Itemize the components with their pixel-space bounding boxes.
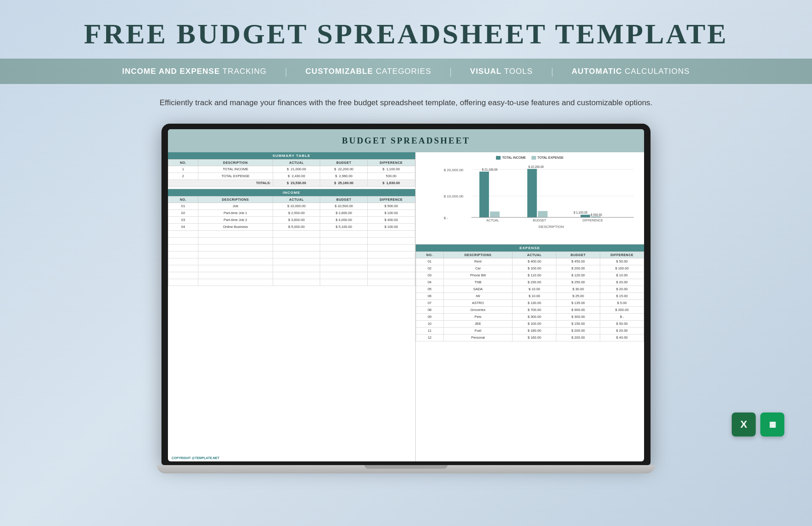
- expense-r12-desc: Personal: [443, 334, 513, 341]
- income-table: NO. DESCRIPTIONS ACTUAL BUDGET DIFFERENC…: [168, 196, 415, 286]
- summary-section: SUMMARY TABLE NO. DESCRIPTION ACTUAL BUD…: [168, 152, 415, 189]
- file-icons: X ▦: [732, 412, 784, 436]
- expense-r12-actual: $ 160.00: [513, 334, 556, 341]
- expense-section: EXPENSE NO. DESCRIPTIONS ACTUAL: [416, 245, 644, 461]
- sheets-icon[interactable]: ▦: [760, 412, 784, 436]
- expense-r8-no: 08: [416, 306, 443, 313]
- expense-r8-diff: $ 200.00: [600, 306, 644, 313]
- expense-r7-diff: $ 5.00: [600, 299, 644, 306]
- income-empty-row-4: [168, 251, 415, 258]
- sheets-symbol: ▦: [769, 420, 776, 429]
- svg-text:$ 530.00: $ 530.00: [591, 213, 602, 216]
- income-col-diff: DIFFERENCE: [368, 196, 415, 203]
- expense-r7-actual: $ 130.00: [513, 299, 556, 306]
- bar-actual-income: [479, 171, 489, 217]
- expense-col-desc: DESCRIPTIONS: [443, 251, 513, 258]
- expense-r9-no: 09: [416, 313, 443, 320]
- expense-r5-diff: $ 20.00: [600, 286, 644, 293]
- expense-row-8: 08 Groceries $ 700.00 $ 900.00 $ 200.00: [416, 306, 644, 313]
- svg-text:BUDGET: BUDGET: [533, 219, 547, 222]
- expense-r12-diff: $ 40.00: [600, 334, 644, 341]
- expense-r11-desc: Fuel: [443, 327, 513, 334]
- expense-r6-no: 06: [416, 293, 443, 299]
- income-empty-row-6: [168, 265, 415, 272]
- expense-r6-budget: $ 25.00: [556, 293, 600, 299]
- income-empty-row-8: [168, 279, 415, 286]
- income-empty-row-3: [168, 244, 415, 251]
- expense-r4-actual: $ 230.00: [513, 279, 556, 286]
- expense-table-wrapper: NO. DESCRIPTIONS ACTUAL BUDGET DIFFERENC…: [416, 251, 644, 341]
- spreadsheet-title: BUDGET SPREADSHEET: [168, 129, 644, 152]
- summary-r2-diff: 530.00: [368, 173, 415, 179]
- expense-row-11: 11 Fuel $ 180.00 $ 200.00 $ 20.00: [416, 327, 644, 334]
- totals-label: TOTALS:: [168, 179, 273, 186]
- summary-col-budget: BUDGET: [320, 159, 368, 166]
- summary-col-diff: DIFFERENCE: [368, 159, 415, 166]
- expense-r12-budget: $ 200.00: [556, 334, 600, 341]
- bar-budget-expense: [538, 211, 548, 217]
- income-r4-actual: $ 5,000.00: [273, 223, 320, 230]
- income-table-wrapper: NO. DESCRIPTIONS ACTUAL BUDGET DIFFERENC…: [168, 196, 415, 286]
- expense-r2-no: 02: [416, 265, 443, 272]
- expense-r10-desc: JEE: [443, 320, 513, 327]
- excel-letter: X: [740, 418, 747, 430]
- income-r1-diff: $ 500.00: [368, 203, 415, 209]
- right-panel: TOTAL INCOME TOTAL EXPENSE: [416, 152, 644, 461]
- income-row-1: 01 Job $ 10,000.00 $ 10,500.00 $ 500.00: [168, 203, 415, 209]
- expense-row-5: 05 SADA $ 10.00 $ 30.00 $ 20.00: [416, 286, 644, 293]
- feature-customizable-regular: CATEGORIES: [373, 67, 431, 76]
- expense-r2-budget: $ 200.00: [556, 265, 600, 272]
- summary-totals-row: TOTALS: $ 23,530.00 $ 25,160.00 $ 1,630.…: [168, 179, 415, 186]
- income-empty-row-1: [168, 230, 415, 237]
- expense-r5-budget: $ 30.00: [556, 286, 600, 293]
- expense-r4-desc: TNB: [443, 279, 513, 286]
- income-row-4: 04 Online Business $ 5,000.00 $ 5,100.00…: [168, 223, 415, 230]
- chart-legend: TOTAL INCOME TOTAL EXPENSE: [419, 156, 640, 160]
- income-r2-diff: $ 100.00: [368, 209, 415, 216]
- expense-row-10: 10 JEE $ 100.00 $ 150.00 $ 50.00: [416, 320, 644, 327]
- income-section: INCOME NO. DESCRIPTIONS ACTUAL: [168, 189, 415, 454]
- expense-r4-no: 04: [416, 279, 443, 286]
- totals-diff: $ 1,630.00: [368, 179, 415, 186]
- spreadsheet: BUDGET SPREADSHEET SUMMARY TABLE: [168, 129, 644, 461]
- svg-text:$ 10,000.00: $ 10,000.00: [443, 194, 463, 198]
- summary-r1-actual: $ 21,000.00: [273, 166, 320, 173]
- totals-actual: $ 23,530.00: [273, 179, 320, 186]
- summary-r1-diff: $ 1,100.00: [368, 166, 415, 173]
- divider-1: |: [285, 66, 287, 77]
- summary-col-desc: DESCRIPTION: [198, 159, 273, 166]
- bar-budget-income: [527, 169, 537, 217]
- income-r2-desc: Part-time Job 1: [198, 209, 273, 216]
- expense-r12-no: 12: [416, 334, 443, 341]
- income-r1-budget: $ 10,500.00: [320, 203, 368, 209]
- summary-r1-desc: TOTAL INCOME: [198, 166, 273, 173]
- expense-table: NO. DESCRIPTIONS ACTUAL BUDGET DIFFERENC…: [416, 251, 644, 341]
- summary-table: NO. DESCRIPTION ACTUAL BUDGET DIFFERENCE: [168, 159, 415, 187]
- legend-income-box: [496, 156, 501, 160]
- expense-r10-no: 10: [416, 320, 443, 327]
- summary-row-1: 1 TOTAL INCOME $ 21,000.00 $ 22,200.00 $…: [168, 166, 415, 173]
- summary-col-no: NO.: [168, 159, 198, 166]
- feature-income-bold: INCOME AND EXPENSE: [122, 67, 220, 76]
- bar-diff-income: [580, 215, 590, 217]
- expense-r1-budget: $ 450.00: [556, 258, 600, 265]
- expense-r7-no: 07: [416, 299, 443, 306]
- expense-r3-desc: Phone Bill: [443, 272, 513, 279]
- expense-r11-diff: $ 20.00: [600, 327, 644, 334]
- laptop-wrapper: BUDGET SPREADSHEET SUMMARY TABLE: [0, 119, 812, 473]
- summary-header: SUMMARY TABLE: [168, 152, 415, 159]
- expense-header: EXPENSE: [416, 245, 644, 251]
- description-text: Efficiently track and manage your financ…: [0, 84, 812, 119]
- expense-r11-actual: $ 180.00: [513, 327, 556, 334]
- left-panel: SUMMARY TABLE NO. DESCRIPTION ACTUAL BUD…: [168, 152, 416, 461]
- expense-r11-no: 11: [416, 327, 443, 334]
- expense-r8-desc: Groceries: [443, 306, 513, 313]
- income-r4-budget: $ 5,100.00: [320, 223, 368, 230]
- excel-icon[interactable]: X: [732, 412, 756, 436]
- spreadsheet-body: SUMMARY TABLE NO. DESCRIPTION ACTUAL BUD…: [168, 152, 644, 461]
- income-r4-diff: $ 100.00: [368, 223, 415, 230]
- feature-automatic-bold: AUTOMATIC: [572, 67, 622, 76]
- page-wrapper: FREE BUDGET SPREADSHEET TEMPLATE INCOME …: [0, 0, 812, 473]
- svg-text:ACTUAL: ACTUAL: [486, 219, 499, 222]
- screen-inner: BUDGET SPREADSHEET SUMMARY TABLE: [168, 129, 644, 461]
